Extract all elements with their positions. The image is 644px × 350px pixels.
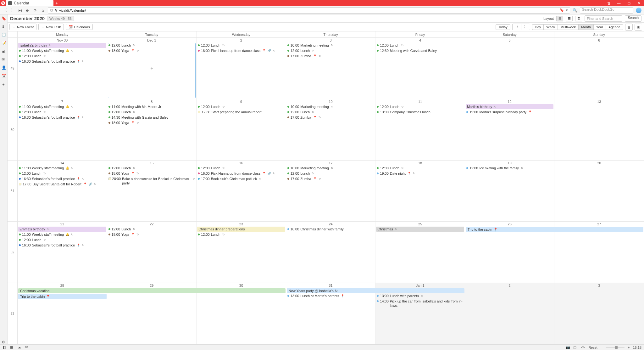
day-cell[interactable]: Nov 30Isabella's birthday↻11:00 Weekly s… [18, 38, 107, 99]
search-field[interactable]: Search DuckDuckGo [580, 7, 633, 14]
new-tab-button[interactable]: ＋ [53, 0, 60, 6]
calendar-event[interactable]: 17:00 Zumba📍↻ [287, 115, 375, 120]
layout-full-button[interactable]: ▤ [556, 16, 563, 21]
browser-tab[interactable]: Calendar [6, 0, 53, 6]
day-cell[interactable]: 2 [465, 283, 555, 344]
calendar-event[interactable]: 12:00 Lunch↻ [108, 227, 196, 232]
calendar-event[interactable]: 16:00 Pick Hanna up from dance class📍🔗↻ [197, 171, 285, 176]
view-month[interactable]: Month [578, 24, 593, 30]
calendar-event[interactable]: 16:30 Sebastian's football practice📍↻ [18, 59, 106, 64]
minimize-button[interactable]: — [614, 0, 624, 6]
day-cell[interactable]: 2418:00 Christmas dinner with family [286, 222, 376, 283]
calendar-event[interactable]: 17:00 Buy Secret Santa gift for Robert📍🔗… [18, 182, 106, 187]
calendar-event[interactable]: 12:00 Lunch↻ [376, 43, 464, 48]
day-cell[interactable]: 2212:00 Lunch↻18:00 Yoga📍↻ [107, 222, 197, 283]
reload-button[interactable]: ⟳ [33, 8, 38, 13]
zoom-slider[interactable] [606, 347, 625, 348]
calendar-event[interactable]: 12:00 Lunch↻ [108, 166, 196, 171]
add-panel-icon[interactable]: ＋ [2, 82, 6, 86]
calendar-event[interactable]: 12:00 Lunch↻ [287, 48, 375, 53]
mail-panel-icon[interactable]: ✉ [2, 57, 6, 62]
day-cell[interactable]: 1010:00 Marketing meeting↻12:00 Lunch↻17… [286, 99, 376, 160]
day-cell[interactable]: 1612:00 Lunch↻16:00 Pick Hanna up from d… [197, 161, 286, 222]
calendar-event[interactable]: 11:00 Weekly staff meeting🔔↻ [18, 232, 106, 237]
next-button[interactable]: 〉 [521, 24, 530, 30]
new-event-button[interactable]: ＋New Event [9, 24, 36, 30]
bookmark-icon[interactable]: 🔖 [560, 8, 564, 12]
calendar-event[interactable]: 18:00 Yoga📍↻ [108, 232, 196, 237]
calendar-panel-icon[interactable]: 📅 [2, 74, 6, 78]
mail-status-icon[interactable]: ✉ [25, 345, 30, 350]
calendar-event[interactable]: 12:00 Lunch↻ [197, 232, 285, 237]
bookmarks-panel-icon[interactable]: 🔖 [2, 16, 6, 21]
calendar-event[interactable]: 12:00 Lunch↻ [287, 171, 375, 176]
filter-input[interactable]: Filter and Search [585, 15, 622, 22]
day-cell[interactable]: 711:00 Weekly staff meeting🔔↻12:00 Lunch… [18, 99, 107, 160]
rewind-button[interactable]: ⏮ [18, 8, 23, 13]
contacts-panel-icon[interactable]: 👤 [2, 65, 6, 70]
calendar-event[interactable]: 12:00 Lunch↻ [376, 104, 464, 109]
layout-minimal-button[interactable]: ≣ [575, 16, 582, 21]
day-cell[interactable]: 1112:00 Lunch↻13:00 Company Christmas lu… [375, 99, 465, 160]
calendar-event[interactable]: 12:00 Lunch↻ [18, 110, 106, 115]
calendar-event[interactable]: 13:00 Lunch at Martin's parents📍 [287, 293, 375, 298]
calendar-event[interactable]: 11:00 Meeting with Mr. Moore Jr [108, 104, 196, 109]
multiday-event[interactable]: Trip to the cabin📍 [18, 294, 107, 299]
calendar-event[interactable]: 11:00 Weekly staff meeting🔔↻ [18, 104, 106, 109]
forward-button[interactable]: 〉 [10, 8, 15, 13]
calendar-event[interactable]: 12:00 Lunch↻ [376, 166, 464, 171]
zoom-out-icon[interactable]: – [601, 346, 602, 349]
calendar-event[interactable]: 16:30 Sebastian's football practice📍↻ [18, 243, 106, 248]
notes-panel-icon[interactable]: 📝 [2, 41, 6, 45]
day-cell[interactable]: 912:00 Lunch↻12:30 Start preparing the a… [197, 99, 286, 160]
calendars-button[interactable]: 📅Calendars [66, 24, 93, 30]
layout-list-button[interactable]: ☰ [566, 16, 573, 21]
prev-button[interactable]: 〈 [512, 24, 521, 30]
calendar-event[interactable]: 14:00 Pick up the car from Isabella's an… [376, 299, 464, 308]
day-cell[interactable]: 3 [554, 283, 644, 344]
panel-toggle-icon[interactable]: ◧ [3, 345, 7, 350]
back-button[interactable]: 〈 [3, 8, 8, 13]
view-agenda[interactable]: Agenda [606, 24, 623, 30]
search-button[interactable]: Search [625, 15, 641, 22]
downloads-panel-icon[interactable]: ⬇ [2, 25, 6, 29]
calendar-event[interactable]: 17:00 Zumba📍↻ [287, 54, 375, 59]
calendar-event[interactable]: Emma's birthday↻ [18, 227, 106, 232]
zoom-reset[interactable]: Reset [588, 346, 597, 349]
calendar-event[interactable]: 20:00 Bake a cheesecake for Bookclub Chr… [108, 176, 196, 186]
tile-icon[interactable]: ▢ [573, 345, 578, 350]
calendar-event[interactable]: 12:00 Lunch↻ [287, 110, 375, 115]
multiday-event[interactable]: New Years party @ Isabella's↻ [287, 288, 464, 293]
calendar-event[interactable]: 13:00 Lunch with parents↻ [376, 293, 464, 298]
calendar-event[interactable]: 11:00 Weekly staff meeting🔔↻ [18, 166, 106, 171]
calendar-event[interactable]: 12:00 Lunch↻ [197, 43, 285, 48]
calendar-event[interactable]: 10:00 Marketing meeting↻ [287, 166, 375, 171]
zoom-in-icon[interactable]: + [628, 346, 630, 349]
calendar-event[interactable]: 11:00 Weekly staff meeting🔔↻ [18, 48, 106, 53]
calendar-event[interactable]: 12:30 Meeting with Garzia and Baley [376, 48, 464, 53]
calendar-event[interactable]: 17:00 Zumba📍↻ [287, 176, 375, 181]
calendar-event[interactable]: 12:00 Lunch↻ [18, 171, 106, 176]
calendar-event[interactable]: 16:30 Sebastian's football practice📍↻ [18, 176, 106, 181]
vivaldi-logo[interactable] [0, 0, 6, 6]
calendar-event[interactable]: 19:00 Martin's surprise birthday party📍 [466, 110, 554, 115]
search-engine-icon[interactable]: 🔍 [573, 8, 577, 13]
trash-icon[interactable]: 🗑 [604, 0, 614, 6]
page-actions-icon[interactable]: <> [581, 345, 585, 350]
day-cell[interactable]: 6 [554, 38, 644, 99]
calendar-event[interactable]: 12:00 Lunch↻ [108, 43, 196, 48]
view-year[interactable]: Year [593, 24, 606, 30]
maximize-button[interactable]: ▢ [624, 0, 634, 6]
calendar-event[interactable]: 19:00 Date night📍↻ [376, 171, 464, 176]
view-week[interactable]: Week [543, 24, 558, 30]
history-panel-icon[interactable]: 🕘 [2, 33, 6, 37]
calendar-event[interactable]: 18:00 Yoga📍↻ [108, 171, 196, 176]
calendar-event[interactable]: Isabella's birthday↻ [18, 43, 106, 48]
sync-icon[interactable]: ☁ [18, 345, 22, 350]
day-cell[interactable]: 25Christmas↻ [375, 222, 465, 283]
url-field[interactable]: ◎ V vivaldi://calendar/ 🔖 ▾ [48, 7, 570, 14]
close-button[interactable]: ✕ [634, 0, 644, 6]
multiday-event[interactable]: Christmas vacation [18, 288, 286, 293]
day-cell[interactable]: 811:00 Meeting with Mr. Moore Jr12:00 Lu… [107, 99, 197, 160]
add-event-plus[interactable]: + [150, 66, 153, 71]
